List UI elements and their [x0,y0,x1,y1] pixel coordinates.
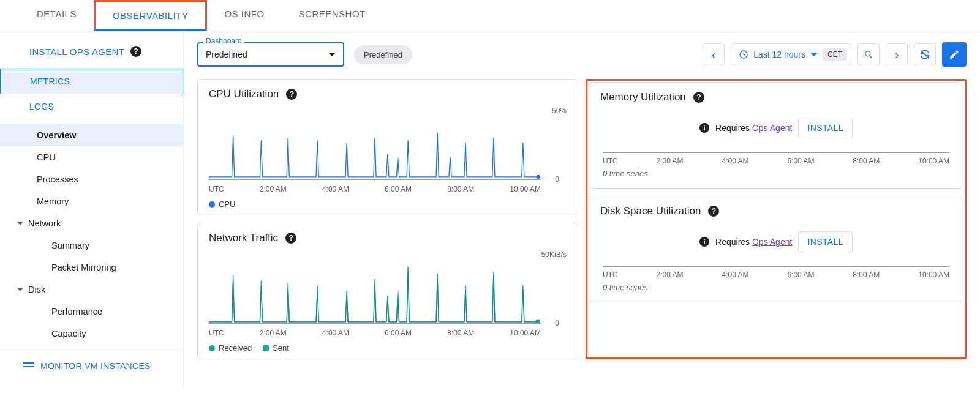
y-tick-bottom: 0 [555,175,559,184]
mem-card-title: Memory Utilization [600,91,686,103]
help-icon[interactable]: ? [286,89,297,100]
x-ticks: UTC2:00 AM4:00 AM6:00 AM8:00 AM10:00 AM [600,267,952,282]
x-ticks: UTC2:00 AM4:00 AM6:00 AM8:00 AM10:00 AM [600,153,952,168]
legend-swatch [209,345,215,351]
main-content: Dashboard Predefined Predefined ‹ Last 1… [184,31,980,388]
network-traffic-card: Network Traffic? 50KiB/s 0 UTC2 [197,223,578,359]
time-range-label: Last 12 hours [753,50,805,59]
tabs-bar: DETAILS OBSERVABILITY OS INFO SCREENSHOT [0,0,980,31]
tree-disk[interactable]: Disk [0,279,183,301]
sidebar-item-metrics[interactable]: METRICS [0,69,183,94]
sidebar-item-logs[interactable]: LOGS [0,94,183,119]
empty-series-note: 0 time series [600,168,952,182]
chevron-right-icon: › [895,48,899,61]
requires-agent-row: i Requires Ops Agent INSTALL [600,217,952,266]
legend-swatch [263,345,269,351]
tree-cpu[interactable]: CPU [0,146,183,168]
install-button[interactable]: INSTALL [798,118,853,138]
tree-network[interactable]: Network [0,212,183,234]
help-icon[interactable]: ? [130,46,141,57]
chevron-down-icon [17,222,23,225]
tree-network-summary[interactable]: Summary [0,234,183,256]
monitor-vm-instances-link[interactable]: MONITOR VM INSTANCES [0,350,183,382]
info-icon: i [699,123,709,133]
legend-swatch [209,201,215,208]
net-card-title: Network Traffic [209,232,278,244]
disk-space-utilization-card: Disk Space Utilization? i Requires Ops A… [589,196,963,302]
time-search-button[interactable] [858,43,880,65]
cpu-sparkline [209,110,541,179]
dashboard-select[interactable]: Dashboard Predefined [197,42,344,67]
edit-dashboard-button[interactable] [942,42,967,67]
network-chart[interactable]: 50KiB/s 0 UTC2:00 AM4:00 AM6:00 AM8:00 A… [209,250,567,342]
cpu-chart[interactable]: 50% 0 UTC2:00 AM4:00 AM6:00 AM8:00 AM10:… [209,107,567,198]
chevron-down-icon [810,53,818,56]
time-controls: ‹ Last 12 hours CET › [703,42,967,67]
chevron-left-icon: ‹ [712,48,716,61]
dashboard-field-label: Dashboard [203,37,244,45]
install-ops-agent-label: INSTALL OPS AGENT [29,47,124,57]
svg-point-1 [865,51,870,56]
time-range-picker[interactable]: Last 12 hours CET [731,43,851,65]
tree-disk-performance[interactable]: Performance [0,301,183,323]
tab-observability[interactable]: OBSERVABILITY [94,0,208,31]
net-legend: Received Sent [209,342,567,353]
monitor-icon [23,362,34,370]
search-icon [864,50,873,59]
net-sparkline [209,254,541,323]
dashboard-value: Predefined [206,50,247,59]
tab-screenshot[interactable]: SCREENSHOT [282,0,383,31]
toolbar: Dashboard Predefined Predefined ‹ Last 1… [197,42,967,67]
cpu-card-title: CPU Utilization [209,88,279,100]
tab-os-info[interactable]: OS INFO [207,0,281,31]
auto-refresh-off-button[interactable] [914,43,936,65]
highlighted-charts-group: Memory Utilization? i Requires Ops Agent… [586,79,967,359]
svg-point-2 [537,175,540,179]
tree-processes[interactable]: Processes [0,168,183,190]
tree-overview[interactable]: Overview [0,124,183,146]
dashboard-chip[interactable]: Predefined [354,45,412,64]
timezone-chip: CET [823,48,847,61]
help-icon[interactable]: ? [708,206,719,217]
tree-disk-capacity[interactable]: Capacity [0,323,183,345]
time-next-button[interactable]: › [886,43,908,65]
help-icon[interactable]: ? [693,92,704,103]
install-ops-agent-link[interactable]: INSTALL OPS AGENT ? [0,37,183,65]
install-button[interactable]: INSTALL [798,231,853,252]
sidebar: INSTALL OPS AGENT ? METRICS LOGS Overvie… [0,31,184,388]
y-tick-top: 50% [552,107,567,115]
ops-agent-link[interactable]: Ops Agent [752,237,792,247]
pencil-icon [949,49,960,60]
empty-series-note: 0 time series [600,282,952,296]
x-ticks: UTC2:00 AM4:00 AM6:00 AM8:00 AM10:00 AM [209,329,541,337]
memory-utilization-card: Memory Utilization? i Requires Ops Agent… [589,82,963,189]
chevron-down-icon [328,53,336,56]
refresh-off-icon [919,49,930,60]
tab-details[interactable]: DETAILS [20,0,94,31]
cpu-utilization-card: CPU Utilization? 50% 0 UTC2:00 AM4:00 AM… [197,79,578,215]
info-icon: i [699,237,709,247]
time-prev-button[interactable]: ‹ [703,43,725,65]
ops-agent-link[interactable]: Ops Agent [752,123,792,133]
tree-memory[interactable]: Memory [0,190,183,212]
cpu-legend: CPU [209,198,567,209]
help-icon[interactable]: ? [285,233,296,244]
svg-rect-3 [536,320,540,323]
chevron-down-icon [17,288,23,291]
x-ticks: UTC2:00 AM4:00 AM6:00 AM8:00 AM10:00 AM [209,185,541,193]
y-tick-bottom: 0 [555,319,559,327]
clock-icon [739,50,748,59]
y-tick-top: 50KiB/s [541,250,567,259]
disk-card-title: Disk Space Utilization [600,205,701,217]
requires-agent-row: i Requires Ops Agent INSTALL [600,103,952,152]
tree-packet-mirroring[interactable]: Packet Mirroring [0,256,183,279]
